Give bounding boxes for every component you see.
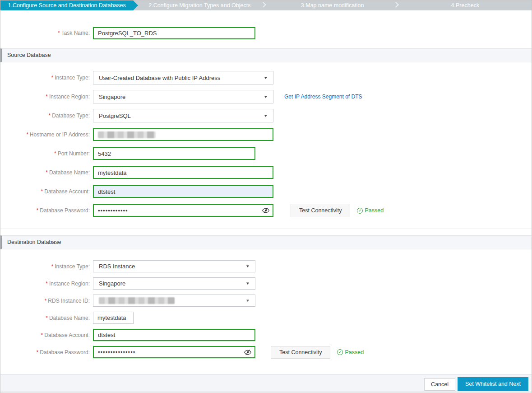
database-name-label: *Database Name: [0,315,90,321]
source-instance-region-row: *Instance Region: Singapore ▼ Get IP Add… [0,90,532,103]
step-migration-types[interactable]: 2.Configure Migration Types and Objects [133,0,266,10]
source-connectivity-status: ✓ Passed [357,207,384,214]
dest-database-password-input[interactable] [93,346,255,358]
source-password-wrap [93,204,273,217]
required-marker: * [46,169,48,176]
wizard-footer: Cancel Set Whitelist and Next [0,374,532,392]
caret-down-icon: ▼ [245,264,250,268]
wizard-steps: 1.Configure Source and Destination Datab… [0,0,532,10]
selected-value: User-Created Database with Public IP Add… [99,75,220,81]
database-account-label: *Database Account: [0,332,90,338]
dest-instance-region-select[interactable]: Singapore ▼ [93,277,255,290]
instance-region-label: *Instance Region: [0,94,90,100]
redacted-value [98,131,156,138]
status-text: Passed [345,349,364,356]
dest-rds-instance-id-combobox[interactable]: ▼ [93,295,255,307]
required-marker: * [54,150,56,157]
eye-off-icon[interactable] [244,349,251,356]
required-marker: * [45,298,47,304]
step-configure-databases[interactable]: 1.Configure Source and Destination Datab… [0,0,133,10]
chevron-right-icon [260,2,266,8]
source-database-account-row: *Database Account: [0,185,532,198]
dest-instance-type-row: *Instance Type: RDS Instance ▼ [0,260,532,272]
database-name-label: *Database Name: [0,169,90,176]
source-database-name-row: *Database Name: [0,166,532,179]
caret-down-icon: ▼ [245,299,250,303]
dest-database-account-input[interactable] [93,329,255,341]
source-database-type-row: *Database Type: PostgreSQL ▼ [0,109,532,122]
chevron-right-icon [393,2,399,8]
cancel-button[interactable]: Cancel [424,378,455,391]
dest-connectivity-status: ✓ Passed [337,349,364,356]
database-password-label: *Database Password: [0,349,90,356]
port-number-label: *Port Number: [0,150,90,157]
dest-database-password-row: *Database Password: Test Connectivity ✓ … [0,346,532,358]
caret-down-icon: ▼ [245,281,250,285]
task-name-row: *Task Name: [0,27,532,39]
step-label: 4.Precheck [451,2,480,9]
destination-database-form: *Instance Type: RDS Instance ▼ *Instance… [0,249,532,358]
source-database-account-input[interactable] [93,185,273,198]
dest-rds-instance-id-row: *RDS Instance ID: ▼ [0,295,532,307]
instance-type-label: *Instance Type: [0,75,90,81]
source-test-connectivity-button[interactable]: Test Connectivity [291,204,350,217]
rds-instance-id-label: *RDS Instance ID: [0,298,90,304]
source-database-password-input[interactable] [93,204,273,217]
database-password-label: *Database Password: [0,207,90,214]
get-ip-segment-link[interactable]: Get IP Address Segment of DTS [284,94,362,100]
source-port-row: *Port Number: [0,147,532,160]
hostname-label: *Hostname or IP Address: [0,131,90,138]
task-name-label: *Task Name: [0,30,90,36]
selected-value: RDS Instance [99,263,135,270]
database-account-label: *Database Account: [0,188,90,195]
check-circle-icon: ✓ [357,208,363,214]
source-database-form: *Instance Type: User-Created Database wi… [0,62,532,217]
source-hostname-input[interactable] [93,128,273,141]
source-database-type-select[interactable]: PostgreSQL ▼ [93,109,273,122]
source-instance-region-select[interactable]: Singapore ▼ [93,90,273,103]
set-whitelist-and-next-button[interactable]: Set Whitelist and Next [458,377,528,391]
caret-down-icon: ▼ [264,114,268,118]
database-type-label: *Database Type: [0,112,90,119]
dest-instance-type-select[interactable]: RDS Instance ▼ [93,260,255,272]
source-database-section-title: Source Database [0,48,532,62]
required-marker: * [46,315,48,321]
dest-instance-region-row: *Instance Region: Singapore ▼ [0,277,532,290]
dest-test-connectivity-button[interactable]: Test Connectivity [271,346,330,359]
source-instance-type-row: *Instance Type: User-Created Database wi… [0,71,532,84]
required-marker: * [51,75,53,81]
status-text: Passed [365,207,384,214]
required-marker: * [37,349,39,356]
required-marker: * [41,188,43,195]
eye-off-icon[interactable] [262,207,269,214]
step-label: 3.Map name modification [301,2,364,9]
step-precheck[interactable]: 4.Precheck [399,0,532,10]
dest-password-wrap [93,346,255,358]
redacted-value [99,297,175,304]
required-marker: * [41,332,43,338]
dest-database-name-row: *Database Name: [0,312,532,324]
step-label: 1.Configure Source and Destination Datab… [8,2,125,9]
step-map-name-modification[interactable]: 3.Map name modification [266,0,399,10]
required-marker: * [46,281,48,287]
task-name-input[interactable] [93,27,255,39]
required-marker: * [26,131,28,138]
source-database-name-input[interactable] [93,166,273,179]
selected-value: Singapore [99,94,125,100]
required-marker: * [46,94,48,100]
required-marker: * [48,112,51,119]
selected-value: PostgreSQL [99,112,131,119]
instance-region-label: *Instance Region: [0,281,90,287]
source-port-input[interactable] [93,147,255,160]
selected-value: Singapore [99,280,125,287]
required-marker: * [58,30,60,36]
dest-database-account-row: *Database Account: [0,329,532,341]
required-marker: * [51,263,53,270]
required-marker: * [37,207,39,214]
caret-down-icon: ▼ [264,95,268,99]
dts-migration-wizard: 1.Configure Source and Destination Datab… [0,0,532,393]
step-label: 2.Configure Migration Types and Objects [148,2,250,9]
dest-database-name-input[interactable] [93,312,134,324]
source-instance-type-select[interactable]: User-Created Database with Public IP Add… [93,71,273,84]
source-database-password-row: *Database Password: Test Connectivity ✓ … [0,204,532,217]
